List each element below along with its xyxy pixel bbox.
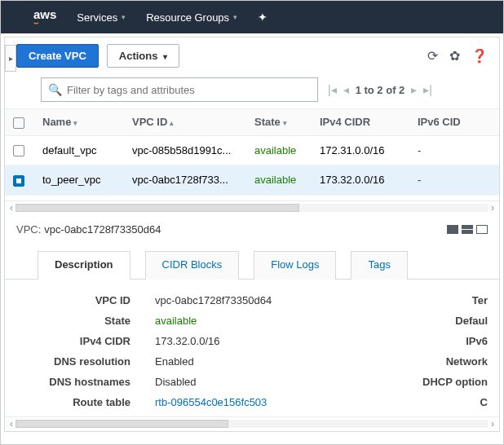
caret-down-icon: ▾ <box>233 13 237 21</box>
tab-cidr-blocks[interactable]: CIDR Blocks <box>145 251 240 280</box>
aws-logo: aws ⌣ <box>33 8 56 27</box>
scroll-right-icon[interactable]: › <box>489 202 497 214</box>
pager-label: 1 to 2 of 2 <box>356 84 405 96</box>
row-checkbox[interactable] <box>13 175 24 187</box>
cell-ipv6: - <box>409 135 499 165</box>
cell-state: available <box>246 135 312 165</box>
view-icons <box>447 225 488 234</box>
scroll-thumb[interactable] <box>15 420 228 428</box>
label-dns-host: DNS hostnames <box>16 376 130 388</box>
table-row[interactable]: default_vpc vpc-085b58d1991c... availabl… <box>5 135 499 165</box>
value-dns-host: Disabled <box>155 376 272 388</box>
refresh-icon[interactable]: ⟳ <box>427 48 438 64</box>
scroll-left-icon[interactable]: ‹ <box>7 202 15 214</box>
gear-icon[interactable]: ✿ <box>449 48 460 64</box>
cell-vpc-id: vpc-0abc1728f733... <box>124 165 246 196</box>
value-state: available <box>155 315 272 327</box>
nav-resource-groups-label: Resource Groups <box>146 11 229 24</box>
tab-description[interactable]: Description <box>38 251 130 280</box>
value-route-table-link[interactable]: rtb-096554c0e156fc503 <box>155 396 272 408</box>
label-route-table: Route table <box>16 396 130 408</box>
filter-input-wrap[interactable]: 🔍 <box>41 77 318 102</box>
nav-services-label: Services <box>77 11 117 24</box>
view-bottom-icon[interactable] <box>476 225 488 234</box>
detail-body: VPC ID State IPv4 CIDR DNS resolution DN… <box>5 280 499 416</box>
tab-tags[interactable]: Tags <box>351 251 407 280</box>
cell-state: available <box>246 165 312 196</box>
scroll-track[interactable] <box>15 204 489 212</box>
label-c: C <box>422 396 488 408</box>
header-name[interactable]: Name▾ <box>34 109 124 136</box>
toolbar-right: ⟳ ✿ ❓ <box>427 48 488 64</box>
scroll-track[interactable] <box>15 420 489 428</box>
label-vpc-id: VPC ID <box>16 294 130 306</box>
toolbar: Create VPC Actions ▾ ⟳ ✿ ❓ <box>5 37 499 74</box>
value-dns-res: Enabled <box>155 355 272 368</box>
filter-input[interactable] <box>67 84 311 96</box>
value-vpc-id: vpc-0abc1728f73350d64 <box>155 294 272 306</box>
help-icon[interactable]: ❓ <box>471 48 488 64</box>
detail-tabs: Description CIDR Blocks Flow Logs Tags <box>5 244 499 280</box>
sort-icon: ▾ <box>73 119 77 127</box>
label-default: Defaul <box>422 315 488 327</box>
label-ipv4: IPv4 CIDR <box>16 335 130 347</box>
cell-name: default_vpc <box>34 135 124 165</box>
pager-first-icon[interactable]: |◂ <box>328 83 337 96</box>
view-split-icon[interactable] <box>462 225 473 234</box>
label-network: Network <box>422 355 488 368</box>
sidebar-expand-handle[interactable]: ▸ <box>5 45 16 72</box>
vpc-table: Name▾ VPC ID▴ State▾ IPv4 CIDR IPv6 CID … <box>5 108 499 196</box>
select-all-checkbox[interactable] <box>13 117 24 129</box>
cell-name: to_peer_vpc <box>34 165 124 196</box>
aws-swoosh-icon: ⌣ <box>33 19 56 27</box>
header-state[interactable]: State▾ <box>246 109 312 136</box>
sort-up-icon: ▴ <box>170 119 174 127</box>
detail-values: vpc-0abc1728f73350d64 available 173.32.0… <box>155 294 272 408</box>
cell-vpc-id: vpc-085b58d1991c... <box>124 135 246 165</box>
table-hscroll[interactable]: ‹ › <box>5 200 499 215</box>
detail-header: VPC: vpc-0abc1728f73350d64 <box>5 215 499 244</box>
caret-down-icon: ▾ <box>163 52 167 61</box>
nav-pin[interactable]: ✦ <box>258 11 267 24</box>
label-tenancy: Ter <box>422 294 488 306</box>
nav-resource-groups[interactable]: Resource Groups ▾ <box>146 11 237 24</box>
detail-hscroll[interactable]: ‹ › <box>5 416 499 431</box>
table-header-row: Name▾ VPC ID▴ State▾ IPv4 CIDR IPv6 CID <box>5 109 499 136</box>
actions-button[interactable]: Actions ▾ <box>107 44 179 68</box>
caret-down-icon: ▾ <box>122 13 126 21</box>
scroll-right-icon[interactable]: › <box>489 418 497 430</box>
nav-services[interactable]: Services ▾ <box>77 11 126 24</box>
pager: |◂ ◂ 1 to 2 of 2 ▸ ▸| <box>328 83 432 96</box>
label-dhcp: DHCP option <box>422 376 488 388</box>
value-ipv4: 173.32.0.0/16 <box>155 335 272 347</box>
tab-flow-logs[interactable]: Flow Logs <box>254 251 336 280</box>
detail-labels-left: VPC ID State IPv4 CIDR DNS resolution DN… <box>16 294 130 408</box>
label-ipv6: IPv6 <box>422 335 488 347</box>
detail-prefix: VPC: <box>16 223 41 236</box>
filter-row: 🔍 |◂ ◂ 1 to 2 of 2 ▸ ▸| <box>5 74 499 108</box>
scroll-left-icon[interactable]: ‹ <box>7 418 15 430</box>
create-vpc-button[interactable]: Create VPC <box>16 44 99 68</box>
scroll-thumb[interactable] <box>15 204 299 212</box>
cell-ipv4: 172.31.0.0/16 <box>312 135 409 165</box>
pin-icon: ✦ <box>258 11 267 24</box>
actions-label: Actions <box>119 50 158 62</box>
detail-labels-right: Ter Defaul IPv6 Network DHCP option C <box>422 294 488 408</box>
header-ipv4[interactable]: IPv4 CIDR <box>312 109 409 136</box>
row-checkbox[interactable] <box>13 145 24 156</box>
sort-icon: ▾ <box>283 119 287 127</box>
header-checkbox-cell <box>5 109 34 136</box>
search-icon: 🔍 <box>48 83 62 96</box>
main-area: Create VPC Actions ▾ ⟳ ✿ ❓ 🔍 |◂ ◂ 1 to 2… <box>4 37 500 432</box>
table-row[interactable]: to_peer_vpc vpc-0abc1728f733... availabl… <box>5 165 499 196</box>
detail-title: vpc-0abc1728f73350d64 <box>44 223 161 236</box>
pager-prev-icon[interactable]: ◂ <box>343 83 349 96</box>
header-ipv6[interactable]: IPv6 CID <box>409 109 499 136</box>
label-state: State <box>16 315 130 327</box>
cell-ipv4: 173.32.0.0/16 <box>312 165 409 196</box>
pager-last-icon[interactable]: ▸| <box>423 83 432 96</box>
header-vpc-id[interactable]: VPC ID▴ <box>124 109 246 136</box>
pager-next-icon[interactable]: ▸ <box>411 83 417 96</box>
view-full-icon[interactable] <box>447 225 458 234</box>
top-nav: aws ⌣ Services ▾ Resource Groups ▾ ✦ <box>1 1 503 33</box>
